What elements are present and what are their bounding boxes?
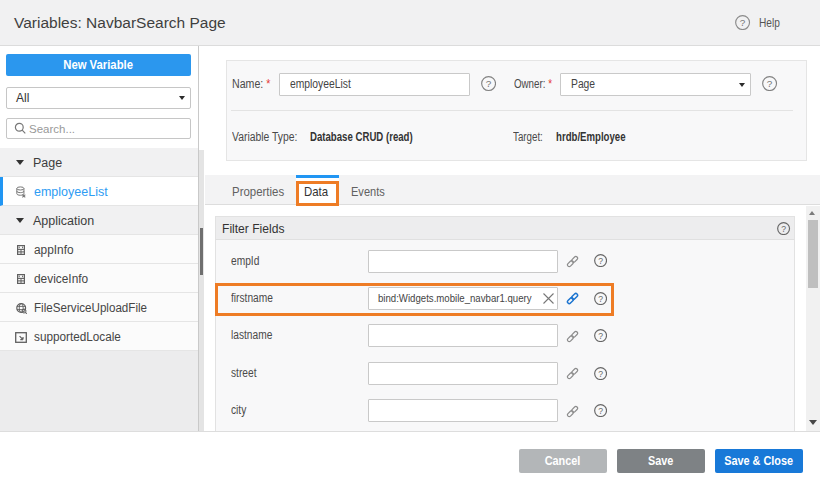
svg-text:?: ?: [767, 78, 773, 89]
svg-text:?: ?: [598, 331, 603, 341]
svg-text:?: ?: [598, 256, 603, 266]
svg-text:?: ?: [740, 17, 746, 28]
svg-text:?: ?: [486, 78, 492, 89]
svg-text:?: ?: [782, 224, 787, 234]
svg-text:?: ?: [598, 406, 603, 416]
svg-text:?: ?: [598, 368, 603, 378]
